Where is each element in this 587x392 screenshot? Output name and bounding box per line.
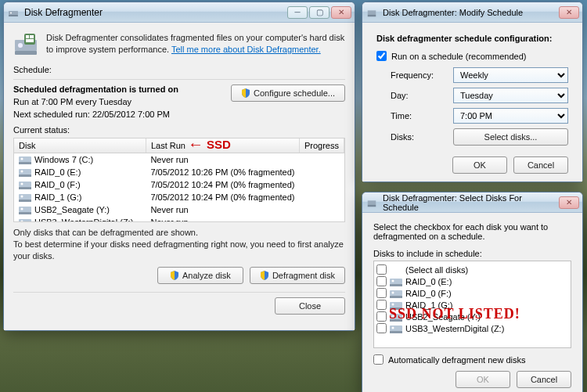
svg-rect-13 [19,169,31,174]
minimize-button[interactable]: ─ [287,6,308,19]
svg-rect-11 [19,162,31,164]
auto-defrag-check-input[interactable] [373,354,384,365]
run-schedule-check-input[interactable] [376,51,387,61]
svg-point-5 [18,43,23,48]
svg-rect-22 [19,207,31,212]
help-line-1: Only disks that can be defragmented are … [13,227,345,239]
sched-status: Scheduled defragmentation is turned on [13,85,178,94]
configure-schedule-button[interactable]: Configure schedule... [231,85,345,102]
disk-checkbox[interactable] [376,288,387,298]
svg-rect-0 [9,11,18,15]
svg-rect-42 [390,307,402,310]
svg-rect-17 [19,187,31,189]
learn-more-link[interactable]: Tell me more about Disk Defragmenter. [171,45,321,54]
close-button[interactable]: ✕ [331,6,351,19]
col-disk[interactable]: Disk [14,138,146,153]
intro-text: Disk Defragmenter consolidates fragmente… [46,32,345,57]
table-row[interactable]: RAID_0 (E:)7/05/2012 10:26 PM (0% fragme… [14,166,344,178]
titlebar[interactable]: Disk Defragmenter: Modify Schedule ✕ [362,2,582,23]
disk-defragmenter-window: Disk Defragmenter ─ ▢ ✕ Disk Defragmente… [3,2,355,331]
table-row[interactable]: RAID_1 (G:)7/05/2012 10:24 PM (0% fragme… [14,191,344,203]
list-item[interactable]: RAID_0 (F:) [376,287,568,299]
close-button[interactable]: ✕ [559,196,579,209]
svg-rect-41 [390,302,402,307]
window-title: Disk Defragmenter: Select Disks For Sche… [383,193,559,212]
svg-point-12 [21,158,23,160]
svg-rect-32 [368,14,376,16]
titlebar[interactable]: Disk Defragmenter ─ ▢ ✕ [4,2,355,23]
select-all-item[interactable]: (Select all disks) [376,264,568,275]
day-select[interactable]: Tuesday [453,88,568,103]
defrag-icon [366,6,378,19]
shield-icon [241,88,250,98]
svg-rect-20 [19,200,31,202]
list-item[interactable]: USB3_WesternDigital (Z:) [376,322,568,334]
list-item[interactable]: RAID_0 (E:) [376,275,568,287]
defragment-button[interactable]: Defragment disk [250,267,345,284]
ok-button[interactable]: OK [452,156,507,174]
time-label: Time: [391,111,453,120]
svg-rect-39 [390,296,402,298]
defrag-icon [7,6,20,19]
cancel-button[interactable]: Cancel [513,156,568,174]
svg-point-21 [21,196,23,198]
list-item[interactable]: RAID_1 (G:) [376,299,568,311]
analyze-button[interactable]: Analyze disk [157,267,243,284]
next-run: Next scheduled run: 22/05/2012 7:00 PM [13,110,178,119]
svg-rect-44 [390,314,402,319]
svg-rect-25 [19,219,31,222]
ok-button[interactable]: OK [456,371,510,388]
select-disks-dialog: Disk Defragmenter: Select Disks For Sche… [362,192,583,392]
config-heading: Disk defragmenter schedule configuration… [376,34,568,43]
cancel-button[interactable]: Cancel [517,371,571,388]
svg-rect-35 [390,279,402,284]
disk-checkbox[interactable] [376,300,387,310]
table-row[interactable]: USB3_WesternDigital (Z:)Never run [14,216,344,222]
disk-table[interactable]: Disk Last Run Progress Windows 7 (C:)Nev… [13,138,345,222]
disk-checkbox[interactable] [376,276,387,286]
disk-checkbox[interactable] [376,323,387,333]
svg-point-43 [392,303,394,305]
window-title: Disk Defragmenter [24,7,287,18]
disk-checklist[interactable]: (Select all disks) RAID_0 (E:)RAID_0 (F:… [373,261,571,348]
svg-point-15 [21,171,23,173]
svg-point-2 [10,12,12,13]
svg-rect-47 [390,325,402,331]
svg-rect-7 [26,35,29,38]
defrag-icon [366,196,378,209]
svg-point-46 [392,315,394,317]
maximize-button[interactable]: ▢ [309,6,330,19]
col-last[interactable]: Last Run [146,138,299,153]
frequency-label: Frequency: [391,70,453,80]
col-progress[interactable]: Progress [299,138,344,153]
close-button[interactable]: ✕ [559,6,579,19]
table-row[interactable]: USB2_Seagate (Y:)Never run [14,203,344,216]
svg-rect-31 [368,10,376,14]
svg-point-49 [392,326,394,329]
svg-point-18 [21,183,23,185]
modify-schedule-dialog: Disk Defragmenter: Modify Schedule ✕ Dis… [362,2,583,182]
svg-rect-8 [30,35,34,38]
close-window-button[interactable]: Close [275,297,345,315]
table-row[interactable]: Windows 7 (C:)Never run [14,153,344,167]
svg-rect-10 [19,156,31,162]
titlebar[interactable]: Disk Defragmenter: Select Disks For Sche… [362,192,582,213]
shield-icon [170,271,179,280]
select-disks-button[interactable]: Select disks... [453,128,568,146]
frequency-select[interactable]: Weekly [453,67,568,83]
table-row[interactable]: RAID_0 (F:)7/05/2012 10:24 PM (0% fragme… [14,178,344,191]
svg-rect-48 [390,331,402,333]
disk-checkbox[interactable] [376,311,387,322]
instructions: Select the checkbox for each disk you wa… [373,222,571,241]
sched-time: Run at 7:00 PM every Tuesday [13,97,178,106]
drive-icon [13,32,38,57]
list-item[interactable]: USB2_Seagate (Y:) [376,311,568,322]
shield-icon [260,271,269,280]
select-all-checkbox[interactable] [376,264,387,275]
auto-defrag-checkbox[interactable]: Automatically defragment new disks [373,354,571,365]
run-schedule-checkbox[interactable]: Run on a schedule (recommended) [376,51,568,61]
svg-rect-36 [390,284,402,286]
svg-rect-9 [26,39,34,42]
svg-rect-38 [390,290,402,296]
time-select[interactable]: 7:00 PM [453,108,568,124]
